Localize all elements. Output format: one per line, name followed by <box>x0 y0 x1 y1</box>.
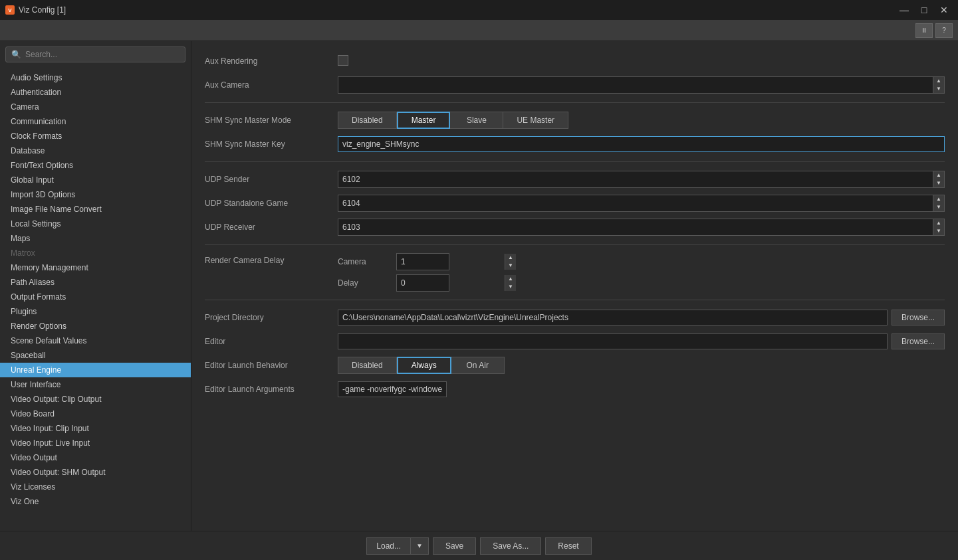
project-directory-input[interactable] <box>338 310 888 326</box>
sidebar-item-plugins[interactable]: Plugins <box>0 304 191 319</box>
editor-launch-args-label: Editor Launch Arguments <box>205 385 338 394</box>
udp-standalone-spinner: ▲ ▼ <box>338 195 945 212</box>
sidebar-item-maps[interactable]: Maps <box>0 231 191 246</box>
aux-camera-label: Aux Camera <box>205 80 338 90</box>
udp-receiver-down[interactable]: ▼ <box>933 227 944 235</box>
aux-camera-spinner: ▲ ▼ <box>338 76 945 94</box>
sidebar-item-user-interface[interactable]: User Interface <box>0 377 191 392</box>
camera-spinner: ▲ ▼ <box>396 253 449 270</box>
project-directory-browse-button[interactable]: Browse... <box>892 310 945 326</box>
sidebar-item-video-clip-out[interactable]: Video Output: Clip Output <box>0 392 191 407</box>
delay-value-input[interactable] <box>397 276 505 290</box>
nav-list: Audio Settings Authentication Camera Com… <box>0 68 191 512</box>
shm-disabled-btn[interactable]: Disabled <box>338 112 397 129</box>
sidebar-item-unreal-engine[interactable]: Unreal Engine <box>0 363 191 377</box>
sidebar-item-global-input[interactable]: Global Input <box>0 173 191 187</box>
render-camera-delay-row: Render Camera Delay Camera ▲ ▼ <box>205 253 945 292</box>
render-camera-delay-label: Render Camera Delay <box>205 253 338 265</box>
editor-browse-button[interactable]: Browse... <box>892 333 945 349</box>
content-area: Aux Rendering Aux Camera ▲ ▼ SHM Sync <box>191 41 958 531</box>
editor-input[interactable] <box>338 333 888 349</box>
title-bar: V Viz Config [1] — □ ✕ <box>0 0 958 20</box>
pause-button[interactable]: ⏸ <box>915 23 933 38</box>
delay-sub-label: Delay <box>338 278 391 288</box>
sidebar-item-image-file[interactable]: Image File Name Convert <box>0 202 191 217</box>
shm-master-btn[interactable]: Master <box>397 112 451 129</box>
udp-sender-label: UDP Sender <box>205 175 338 184</box>
udp-receiver-label: UDP Receiver <box>205 223 338 232</box>
close-button[interactable]: ✕ <box>935 3 953 17</box>
load-button-group: Load... ▼ <box>366 537 429 555</box>
sidebar-item-render-options[interactable]: Render Options <box>0 319 191 333</box>
delay-sub-row: Delay ▲ ▼ <box>338 274 945 292</box>
udp-sender-input[interactable] <box>338 172 933 187</box>
camera-up[interactable]: ▲ <box>505 254 516 262</box>
shm-slave-btn[interactable]: Slave <box>450 112 503 129</box>
sidebar-item-video-output[interactable]: Video Output <box>0 450 191 465</box>
divider-4 <box>205 300 945 300</box>
save-as-button[interactable]: Save As... <box>480 537 541 555</box>
reset-button[interactable]: Reset <box>545 537 591 555</box>
udp-standalone-up[interactable]: ▲ <box>933 195 944 203</box>
shm-sync-mode-label: SHM Sync Master Mode <box>205 116 338 125</box>
sidebar-item-viz-one[interactable]: Viz One <box>0 494 191 509</box>
save-button[interactable]: Save <box>433 537 476 555</box>
sidebar-item-memory-mgmt[interactable]: Memory Management <box>0 260 191 275</box>
sidebar-item-video-live-in[interactable]: Video Input: Live Input <box>0 436 191 450</box>
sidebar-item-local-settings[interactable]: Local Settings <box>0 217 191 231</box>
aux-camera-down[interactable]: ▼ <box>933 85 944 93</box>
elb-always-btn[interactable]: Always <box>397 357 451 374</box>
sidebar-item-video-board[interactable]: Video Board <box>0 407 191 421</box>
elb-disabled-btn[interactable]: Disabled <box>338 357 397 374</box>
sidebar-item-video-clip-in[interactable]: Video Input: Clip Input <box>0 421 191 436</box>
divider-2 <box>205 161 945 162</box>
udp-sender-up[interactable]: ▲ <box>933 171 944 179</box>
elb-onair-btn[interactable]: On Air <box>451 357 505 374</box>
sidebar-item-import-3d[interactable]: Import 3D Options <box>0 187 191 202</box>
sidebar-item-database[interactable]: Database <box>0 143 191 158</box>
shm-sync-key-input[interactable] <box>338 136 945 152</box>
sidebar-item-communication[interactable]: Communication <box>0 114 191 129</box>
sidebar-item-spaceball[interactable]: Spaceball <box>0 348 191 363</box>
udp-standalone-input[interactable] <box>338 196 933 211</box>
aux-rendering-checkbox[interactable] <box>338 55 348 66</box>
sidebar-item-camera[interactable]: Camera <box>0 100 191 114</box>
sidebar-item-authentication[interactable]: Authentication <box>0 85 191 100</box>
aux-camera-up[interactable]: ▲ <box>933 77 944 85</box>
sidebar-item-matrox: Matrox <box>0 246 191 260</box>
delay-up[interactable]: ▲ <box>505 275 516 283</box>
load-button[interactable]: Load... <box>366 537 410 555</box>
sidebar-item-viz-licenses[interactable]: Viz Licenses <box>0 480 191 494</box>
shm-ue-master-btn[interactable]: UE Master <box>503 112 568 129</box>
sidebar-item-path-aliases[interactable]: Path Aliases <box>0 275 191 290</box>
help-button[interactable]: ? <box>935 23 953 38</box>
udp-receiver-up[interactable]: ▲ <box>933 219 944 227</box>
sidebar-item-output-formats[interactable]: Output Formats <box>0 290 191 304</box>
editor-launch-args-input[interactable] <box>338 381 447 397</box>
aux-camera-row: Aux Camera ▲ ▼ <box>205 76 945 94</box>
sidebar-item-font-text[interactable]: Font/Text Options <box>0 158 191 173</box>
camera-down[interactable]: ▼ <box>505 262 516 270</box>
udp-receiver-spinner: ▲ ▼ <box>338 219 945 236</box>
aux-camera-input[interactable] <box>338 78 933 92</box>
camera-value-input[interactable] <box>397 254 505 269</box>
udp-sender-spinner: ▲ ▼ <box>338 171 945 188</box>
sidebar-item-clock-formats[interactable]: Clock Formats <box>0 129 191 143</box>
sidebar-item-audio-settings[interactable]: Audio Settings <box>0 70 191 85</box>
maximize-button[interactable]: □ <box>915 3 933 17</box>
bottom-bar: Load... ▼ Save Save As... Reset <box>0 531 958 560</box>
udp-standalone-down[interactable]: ▼ <box>933 203 944 211</box>
editor-launch-behavior-label: Editor Launch Behavior <box>205 361 338 370</box>
udp-sender-down[interactable]: ▼ <box>933 179 944 187</box>
sidebar-item-video-shm-out[interactable]: Video Output: SHM Output <box>0 465 191 480</box>
load-dropdown-button[interactable]: ▼ <box>410 537 429 555</box>
shm-sync-key-row: SHM Sync Master Key <box>205 135 945 153</box>
sidebar-item-scene-defaults[interactable]: Scene Default Values <box>0 333 191 348</box>
minimize-button[interactable]: — <box>896 3 913 17</box>
aux-rendering-row: Aux Rendering <box>205 52 945 70</box>
search-input[interactable] <box>25 50 180 59</box>
delay-down[interactable]: ▼ <box>505 283 516 291</box>
udp-receiver-input[interactable] <box>338 220 933 234</box>
camera-sub-label: Camera <box>338 257 391 266</box>
camera-delay-sub-section: Camera ▲ ▼ Delay <box>338 253 945 292</box>
